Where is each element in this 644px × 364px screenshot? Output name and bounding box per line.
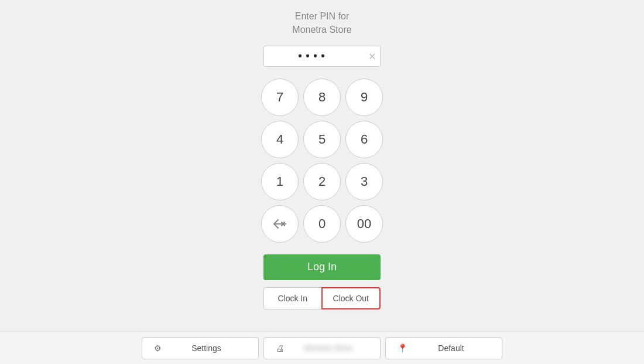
- key-0[interactable]: 0: [303, 205, 341, 243]
- key-1[interactable]: 1: [261, 163, 299, 200]
- bottom-bar: ⚙ Settings 🖨 Monetra Store 📍 Default: [0, 331, 644, 364]
- location-label: Default: [412, 343, 490, 353]
- key-9[interactable]: 9: [345, 79, 383, 116]
- key-backspace[interactable]: [261, 205, 299, 243]
- pin-title-line2: Monetra Store: [292, 25, 351, 35]
- main-content: Enter PIN for Monetra Store ✕ 7 8 9 4 5 …: [0, 0, 644, 331]
- pin-clear-button[interactable]: ✕: [368, 50, 376, 62]
- key-3[interactable]: 3: [345, 163, 383, 200]
- key-2[interactable]: 2: [303, 163, 341, 200]
- pin-input[interactable]: [263, 46, 381, 67]
- key-4[interactable]: 4: [261, 121, 299, 158]
- clock-in-button[interactable]: Clock In: [263, 287, 321, 309]
- clock-buttons-group: Clock In Clock Out: [263, 287, 381, 309]
- key-8[interactable]: 8: [303, 79, 341, 116]
- pin-input-wrapper: ✕: [263, 46, 381, 67]
- key-5[interactable]: 5: [303, 121, 341, 158]
- key-6[interactable]: 6: [345, 121, 383, 158]
- location-button[interactable]: 📍 Default: [385, 337, 502, 359]
- pin-title: Enter PIN for Monetra Store: [292, 10, 351, 36]
- login-button[interactable]: Log In: [263, 254, 381, 280]
- location-icon: 📍: [398, 343, 407, 353]
- key-00[interactable]: 00: [345, 205, 383, 243]
- store-button[interactable]: 🖨 Monetra Store: [263, 337, 381, 359]
- keypad: 7 8 9 4 5 6 1 2 3 0 00: [261, 79, 383, 243]
- key-7[interactable]: 7: [261, 79, 299, 116]
- pin-title-line1: Enter PIN for: [295, 11, 349, 21]
- clock-out-button[interactable]: Clock Out: [321, 287, 381, 309]
- settings-label: Settings: [166, 343, 246, 353]
- store-label: Monetra Store: [289, 343, 368, 352]
- settings-icon: ⚙: [154, 343, 162, 353]
- store-icon: 🖨: [276, 343, 284, 353]
- settings-button[interactable]: ⚙ Settings: [142, 337, 259, 359]
